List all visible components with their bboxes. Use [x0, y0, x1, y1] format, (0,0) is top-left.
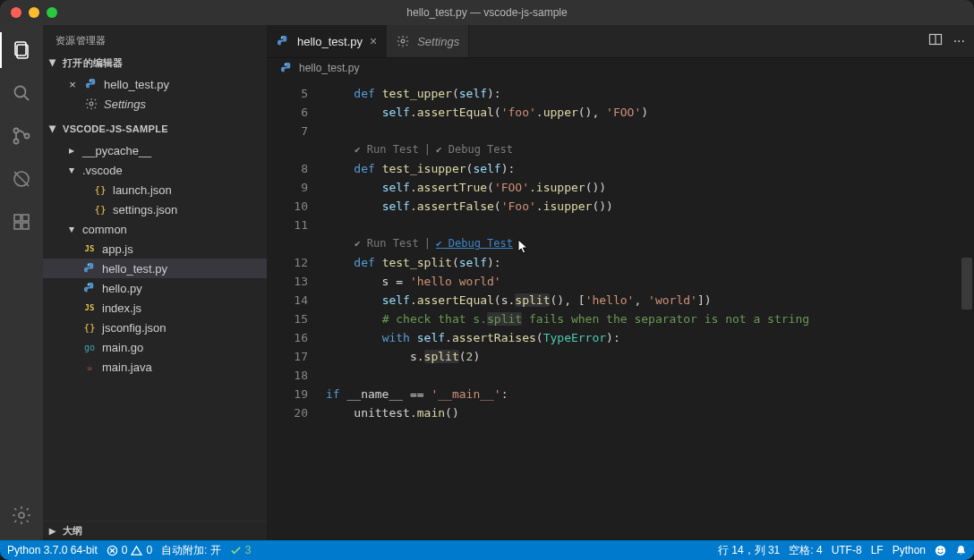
line-number[interactable]: 14: [267, 291, 308, 310]
outline-header[interactable]: ▸ 大纲: [43, 521, 267, 540]
editor-tab[interactable]: Settings: [387, 25, 469, 57]
line-number[interactable]: 11: [267, 216, 308, 234]
file-item[interactable]: hello_test.py: [43, 259, 267, 278]
activity-explorer[interactable]: [0, 32, 43, 68]
status-eol[interactable]: LF: [871, 544, 884, 556]
status-language[interactable]: Python: [893, 544, 926, 556]
line-number[interactable]: 17: [267, 347, 308, 366]
folder-item[interactable]: ▾.vscode: [43, 160, 267, 180]
code-line[interactable]: def test_isupper(self):: [326, 159, 974, 178]
status-bar: Python 3.7.0 64-bit 0 0 自动附加: 开 3 行 14，列…: [0, 540, 974, 560]
json-file-icon: [93, 182, 107, 197]
close-editor-icon[interactable]: ×: [66, 78, 79, 91]
code-line[interactable]: [326, 216, 974, 234]
line-number[interactable]: 8: [267, 159, 308, 178]
line-number[interactable]: 5: [267, 84, 308, 103]
close-tab-icon[interactable]: ×: [370, 34, 377, 48]
file-item[interactable]: settings.json: [43, 199, 267, 219]
chevron-down-icon: ▾: [66, 164, 77, 176]
codelens-run-test[interactable]: ✔ Run Test: [355, 234, 419, 253]
codelens-debug-test[interactable]: ✔ Debug Test: [436, 140, 513, 159]
file-item[interactable]: index.js: [43, 298, 267, 318]
file-item[interactable]: launch.json: [43, 180, 267, 199]
status-encoding[interactable]: UTF-8: [832, 544, 862, 556]
code-line[interactable]: self.assertTrue('FOO'.isupper()): [326, 178, 974, 197]
code-line[interactable]: self.assertEqual(s.split(), ['hello', 'w…: [326, 291, 974, 310]
code-line[interactable]: if __name__ == '__main__':: [326, 385, 974, 403]
code-line[interactable]: # check that s.split fails when the sepa…: [326, 310, 974, 328]
code-editor[interactable]: 567891011121314151617181920 def test_upp…: [267, 79, 974, 540]
svg-point-16: [87, 264, 88, 265]
code-line[interactable]: def test_upper(self):: [326, 84, 974, 103]
open-editors-header[interactable]: ▾ 打开的编辑器: [43, 53, 267, 72]
open-editors-label: 打开的编辑器: [63, 56, 124, 70]
line-number[interactable]: 18: [267, 366, 308, 385]
editor-tab[interactable]: hello_test.py×: [267, 25, 387, 57]
svg-point-22: [284, 64, 285, 64]
file-name: common: [82, 223, 127, 236]
line-number[interactable]: 19: [267, 385, 308, 403]
js-file-icon: [82, 301, 97, 315]
workspace-header[interactable]: ▾ VSCODE-JS-SAMPLE: [43, 119, 267, 139]
file-item[interactable]: jsconfig.json: [43, 318, 267, 337]
line-number[interactable]: 9: [267, 178, 308, 197]
activity-scm[interactable]: [0, 118, 43, 154]
code-line[interactable]: unittest.main(): [326, 403, 974, 422]
line-number[interactable]: 13: [267, 272, 308, 291]
status-indent[interactable]: 空格: 4: [789, 543, 822, 558]
split-editor-icon[interactable]: [928, 32, 943, 50]
code-line[interactable]: self.assertFalse('Foo'.isupper()): [326, 197, 974, 216]
scroll-thumb[interactable]: [961, 258, 972, 310]
status-python[interactable]: Python 3.7.0 64-bit: [7, 544, 98, 556]
codelens-run-test[interactable]: ✔ Run Test: [355, 140, 419, 159]
folder-item[interactable]: ▸__pycache__: [43, 140, 267, 160]
code-line[interactable]: self.assertEqual('foo'.upper(), 'FOO'): [326, 103, 974, 122]
status-bell-icon[interactable]: [955, 545, 967, 556]
status-tests[interactable]: 3: [230, 544, 252, 556]
code-line[interactable]: s = 'hello world': [326, 272, 974, 291]
activity-search[interactable]: [0, 75, 43, 111]
file-item[interactable]: app.js: [43, 239, 267, 259]
line-number[interactable]: 16: [267, 328, 308, 347]
file-name: main.go: [102, 341, 143, 354]
file-item[interactable]: hello.py: [43, 278, 267, 298]
status-auto-attach[interactable]: 自动附加: 开: [161, 543, 221, 558]
line-number[interactable]: 10: [267, 197, 308, 216]
activity-debug[interactable]: [0, 161, 43, 197]
open-editor-item[interactable]: ×hello_test.py: [43, 74, 267, 94]
svg-point-14: [89, 80, 90, 81]
file-name: hello.py: [102, 282, 142, 295]
more-actions-icon[interactable]: ···: [953, 33, 965, 49]
code-line[interactable]: [326, 366, 974, 385]
window-minimize[interactable]: [29, 7, 39, 18]
status-feedback-icon[interactable]: [935, 545, 946, 556]
code-line[interactable]: def test_split(self):: [326, 253, 974, 272]
code-line[interactable]: with self.assertRaises(TypeError):: [326, 328, 974, 347]
codelens-debug-test[interactable]: ✔ Debug Test: [436, 234, 513, 253]
activity-settings[interactable]: [0, 497, 43, 533]
status-problems[interactable]: 0 0: [107, 544, 152, 556]
code-line[interactable]: s.split(2): [326, 347, 974, 366]
line-number[interactable]: 20: [267, 403, 308, 422]
titlebar: hello_test.py — vscode-js-sample: [0, 0, 974, 25]
breadcrumb[interactable]: hello_test.py: [267, 57, 974, 79]
activity-extensions[interactable]: [0, 204, 43, 240]
window-maximize[interactable]: [47, 7, 57, 18]
svg-point-19: [401, 39, 405, 43]
file-name: index.js: [102, 301, 141, 315]
line-number[interactable]: 12: [267, 253, 308, 272]
file-item[interactable]: main.java: [43, 357, 267, 377]
python-file-icon: [276, 34, 290, 48]
open-editor-item[interactable]: Settings: [43, 94, 267, 114]
line-number[interactable]: 6: [267, 103, 308, 122]
code-area[interactable]: def test_upper(self): self.assertEqual('…: [315, 79, 974, 540]
line-number[interactable]: 7: [267, 122, 308, 140]
status-cursor[interactable]: 行 14，列 31: [718, 543, 780, 558]
chevron-down-icon: ▾: [66, 223, 77, 235]
folder-item[interactable]: ▾common: [43, 219, 267, 239]
file-item[interactable]: main.go: [43, 337, 267, 357]
line-number[interactable]: 15: [267, 310, 308, 328]
svg-point-5: [14, 140, 19, 144]
code-line[interactable]: [326, 122, 974, 140]
window-close[interactable]: [11, 7, 21, 18]
